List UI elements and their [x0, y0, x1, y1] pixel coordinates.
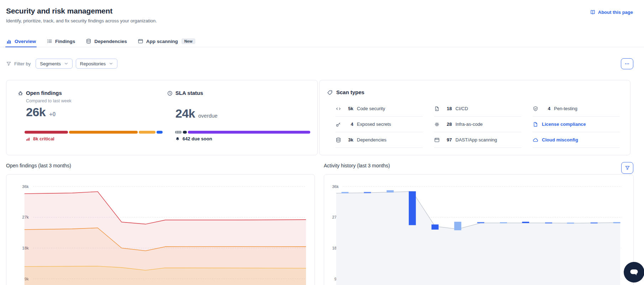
tab-label: Dependencies: [94, 39, 127, 44]
scan-type-count: 97: [443, 137, 452, 142]
open-findings-chart-title: Open findings (last 3 months): [6, 163, 71, 168]
open-findings-value: 26k+0: [26, 105, 56, 119]
medium-segment: [139, 131, 155, 134]
scan-type-count: 4: [345, 122, 353, 127]
funnel-icon: [6, 61, 11, 66]
key-icon: [336, 122, 341, 127]
code-icon: [336, 106, 341, 112]
chat-launcher-button[interactable]: [624, 262, 644, 283]
new-badge: New: [181, 38, 195, 44]
scan-type-count: 3k: [345, 137, 353, 142]
critical-segment: [25, 131, 68, 134]
open-findings-subtitle: Compared to last week: [26, 98, 72, 103]
low-segment: [157, 131, 163, 134]
tab-bar: OverviewFindingsDependenciesApp scanning…: [0, 36, 644, 47]
tab-app-scanning[interactable]: App scanningNew: [138, 36, 195, 47]
scan-type-ci-cd: 18CI/CD: [434, 101, 521, 117]
segments-dropdown[interactable]: Segments: [36, 59, 73, 69]
bell-icon: [175, 136, 180, 141]
scan-types-card: Scan types 5kCode security18CI/CD4Pen-te…: [319, 80, 630, 155]
more-options-button[interactable]: [621, 58, 633, 69]
bar-chart-icon: [6, 38, 12, 44]
scan-type-dependencies: 3kDependencies: [336, 132, 423, 148]
scan-type-cloud-misconfig[interactable]: Cloud misconfig: [533, 132, 620, 148]
due-soon-count: 642 due soon: [175, 136, 212, 141]
browser-icon: [138, 38, 143, 44]
dropdown-label: Repositories: [80, 61, 106, 66]
chevron-down-icon: [64, 61, 68, 66]
sla-overdue-value: 24koverdue: [175, 107, 217, 120]
scan-type-code-security: 5kCode security: [336, 101, 423, 117]
shield-check-icon: [533, 106, 538, 112]
chevron-down-icon: [109, 61, 113, 66]
list-icon: [47, 38, 52, 44]
high-segment: [69, 131, 138, 134]
activity-history-chart-title: Activity history (last 3 months): [324, 163, 390, 168]
scan-type-label: Pen-testing: [554, 106, 577, 111]
tag-icon: [327, 90, 333, 96]
pipeline-file-icon: [434, 106, 440, 112]
chat-bubble-icon: [629, 268, 639, 277]
bug-icon: [17, 90, 23, 96]
scan-type-label: Dependencies: [357, 137, 386, 142]
database-icon: [86, 38, 91, 44]
activity-history-chart: 36k27k18k9k: [324, 174, 634, 285]
scan-type-label: License compliance: [542, 122, 586, 127]
scan-type-label: Code security: [357, 106, 385, 111]
scan-type-license-compliance[interactable]: License compliance: [533, 117, 620, 132]
file-icon: [533, 122, 538, 127]
about-this-page-link[interactable]: About this page: [590, 9, 633, 15]
clock-icon: [167, 90, 173, 96]
page-title: Security and risk management: [6, 7, 112, 15]
funnel-icon: [625, 165, 630, 171]
filter-by-label: Filter by: [14, 61, 31, 66]
browser-icon: [434, 137, 440, 143]
scan-type-count: 28: [443, 122, 452, 127]
book-icon: [590, 9, 596, 15]
scan-types-grid: 5kCode security18CI/CD4Pen-testing4Expos…: [336, 101, 620, 148]
activity-chart-filter-button[interactable]: [621, 162, 633, 174]
metrics-card: Open findings Compared to last week 26k+…: [6, 80, 318, 155]
dropdown-label: Segments: [40, 61, 61, 66]
database-icon: [336, 137, 341, 143]
tab-dependencies[interactable]: Dependencies: [86, 36, 127, 47]
sla-progress-bar: [175, 131, 308, 134]
sla-status-title: SLA status: [175, 90, 203, 96]
scan-type-infra-as-code: 28Infra-as-code: [434, 117, 521, 132]
scan-type-pen-testing: 4Pen-testing: [533, 101, 620, 117]
open-findings-chart: 36k27k18k9k: [6, 174, 315, 285]
overdue-segment: [188, 131, 310, 134]
page-subtitle: Identify, prioritize, track, and fix sec…: [6, 18, 157, 23]
scan-type-label: DAST/App scanning: [455, 137, 497, 142]
cloud-icon: [533, 137, 538, 143]
tab-label: App scanning: [146, 39, 178, 44]
scan-type-label: Cloud misconfig: [542, 137, 578, 142]
svg-text:36k: 36k: [22, 184, 29, 189]
scan-type-count: 5k: [345, 106, 353, 111]
critical-count: 8k critical: [26, 136, 54, 141]
on-track-segment: [175, 131, 182, 134]
repositories-dropdown[interactable]: Repositories: [76, 59, 117, 69]
scan-types-title: Scan types: [336, 89, 364, 95]
scan-type-label: Infra-as-code: [455, 122, 483, 127]
scan-type-count: 4: [542, 106, 550, 111]
svg-text:36k: 36k: [332, 184, 339, 189]
scan-type-dast-app-scanning: 97DAST/App scanning: [434, 132, 521, 148]
tab-label: Overview: [15, 39, 36, 44]
scan-type-count: 18: [443, 106, 452, 111]
scan-type-label: Exposed secrets: [357, 122, 391, 127]
about-this-page-label: About this page: [598, 10, 633, 15]
open-findings-title: Open findings: [26, 90, 62, 96]
severity-distribution-bar: [25, 131, 162, 134]
tab-findings[interactable]: Findings: [47, 36, 75, 47]
security-dashboard-page: Security and risk management About this …: [0, 0, 644, 285]
near-breach-segment: [183, 131, 187, 134]
filter-bar: Filter by SegmentsRepositories: [6, 58, 121, 69]
open-findings-delta: +0: [49, 111, 56, 117]
scan-type-exposed-secrets: 4Exposed secrets: [336, 117, 423, 132]
tab-overview[interactable]: Overview: [6, 36, 36, 47]
gear-icon: [434, 122, 440, 127]
sla-overdue-label: overdue: [198, 113, 217, 119]
scan-type-label: CI/CD: [455, 106, 468, 111]
ellipsis-icon: [624, 61, 630, 66]
